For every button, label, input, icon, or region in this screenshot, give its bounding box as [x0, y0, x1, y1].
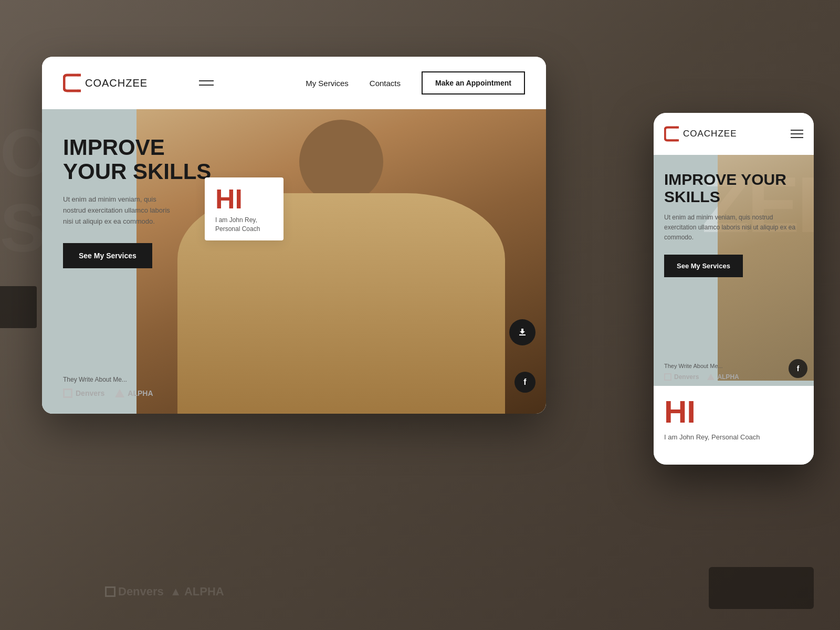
they-write-label: They Write About Me...	[63, 376, 153, 383]
mobile-they-write: They Write About Me...	[664, 363, 739, 369]
mobile-hi-text: HI	[664, 396, 803, 428]
mobile-card: COACHZEE ZEE IMPROVE YOUR SKILLS Ut enim…	[654, 113, 814, 465]
mobile-logo-icon	[664, 125, 679, 142]
svg-rect-3	[519, 334, 526, 335]
mobile-logo-text: COACHZEE	[683, 129, 737, 139]
mobile-facebook-icon[interactable]: f	[789, 359, 807, 378]
desktop-hi-text: HI	[215, 185, 273, 213]
desktop-card: COACHZEE My Services Contacts Make an Ap…	[42, 57, 546, 414]
denvers-icon	[63, 388, 72, 398]
desktop-hero-bottom: They Write About Me... Denvers ALPHA	[63, 376, 153, 398]
facebook-icon[interactable]: f	[514, 372, 536, 393]
mobile-hero-description: Ut enim ad minim veniam, quis nostrud ex…	[664, 213, 803, 243]
desktop-navbar: COACHZEE My Services Contacts Make an Ap…	[42, 57, 546, 109]
desktop-hi-subtitle: I am John Rey, Personal Coach	[215, 216, 273, 234]
brand-alpha: ALPHA	[115, 389, 153, 397]
desktop-logo[interactable]: COACHZEE	[63, 73, 148, 93]
nav-links: My Services Contacts Make an Appointment	[306, 71, 525, 94]
bg-brands-row: Denvers ▲ ALPHA	[105, 585, 224, 598]
mobile-brands-area: They Write About Me... Denvers ALPHA	[664, 363, 739, 381]
mobile-hamburger-line-1	[791, 130, 803, 131]
mobile-alpha-icon	[707, 374, 715, 380]
desktop-hero-title: IMPROVE YOUR SKILLS	[63, 135, 211, 184]
desktop-hero-description: Ut enim ad minim veniam, quis nostrud ex…	[63, 194, 178, 227]
desktop-hero-content: IMPROVE YOUR SKILLS Ut enim ad minim ven…	[63, 135, 211, 268]
hamburger-line-2	[199, 85, 214, 86]
mobile-hero-title: IMPROVE YOUR SKILLS	[664, 171, 803, 205]
mobile-navbar: COACHZEE	[654, 113, 814, 155]
mobile-hero-section: ZEE IMPROVE YOUR SKILLS Ut enim ad minim…	[654, 155, 814, 465]
appointment-button[interactable]: Make an Appointment	[422, 71, 525, 94]
nav-my-services[interactable]: My Services	[306, 79, 349, 88]
mobile-logo[interactable]: COACHZEE	[664, 125, 737, 142]
mobile-hamburger-line-2	[791, 133, 803, 134]
download-icon	[518, 328, 527, 337]
alpha-icon	[115, 389, 124, 397]
nav-contacts[interactable]: Contacts	[370, 79, 401, 88]
download-button[interactable]	[509, 319, 536, 345]
mobile-denvers-icon	[664, 373, 671, 381]
mobile-hero-content: IMPROVE YOUR SKILLS Ut enim ad minim ven…	[664, 171, 803, 277]
mobile-hi-subtitle: I am John Rey, Personal Coach	[664, 432, 803, 443]
logo-icon	[63, 73, 81, 93]
desktop-hi-card: HI I am John Rey, Personal Coach	[205, 177, 284, 240]
mobile-hamburger-line-3	[791, 137, 803, 138]
mobile-hamburger[interactable]	[791, 130, 803, 138]
brands-row: Denvers ALPHA	[63, 388, 153, 398]
bg-dark-panel	[0, 286, 37, 328]
brand-denvers: Denvers	[63, 388, 104, 398]
mobile-brands-row: Denvers ALPHA	[664, 373, 739, 381]
desktop-see-services-button[interactable]: See My Services	[63, 243, 152, 268]
bg-dark-element	[709, 567, 814, 609]
logo-text: COACHZEE	[85, 77, 148, 89]
desktop-hero: ZEE IMPROVE YOUR SKILLS Ut enim ad minim…	[42, 109, 546, 414]
mobile-brand-denvers: Denvers	[664, 373, 699, 381]
hamburger-menu[interactable]	[199, 80, 214, 86]
mobile-hi-card: HI I am John Rey, Personal Coach	[654, 386, 814, 465]
hamburger-line-1	[199, 80, 214, 81]
mobile-see-services-button[interactable]: See My Services	[664, 255, 743, 277]
mobile-brand-alpha: ALPHA	[707, 373, 739, 381]
